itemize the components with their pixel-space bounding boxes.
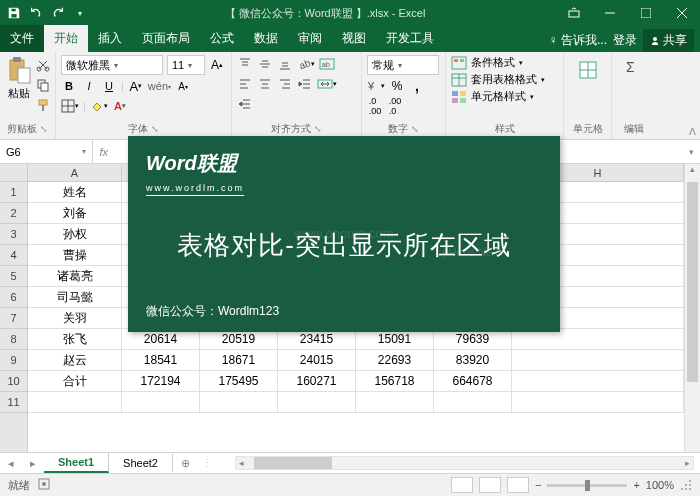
wrap-text-icon[interactable]: ab [319,55,335,73]
format-painter-icon[interactable] [35,96,51,114]
view-layout-icon[interactable] [479,477,501,493]
zoom-level[interactable]: 100% [646,479,674,491]
tab-layout[interactable]: 页面布局 [132,25,200,52]
table-row[interactable]: 张飞2061420519234151509179639 [28,329,684,350]
svg-point-63 [689,480,691,482]
zoom-out-icon[interactable]: − [535,479,541,491]
font-color-icon[interactable]: A▾ [112,97,128,115]
name-box[interactable]: G6▾ [0,140,93,163]
align-left-icon[interactable] [237,75,253,93]
tab-insert[interactable]: 插入 [88,25,132,52]
fill-color-icon[interactable]: ▾ [90,97,108,115]
table-row[interactable]: 合计172194175495160271156718664678 [28,371,684,392]
svg-rect-55 [452,98,458,103]
redo-icon[interactable] [48,3,68,23]
status-ready: 就绪 [8,478,30,493]
tab-data[interactable]: 数据 [244,25,288,52]
zoom-in-icon[interactable]: + [633,479,639,491]
shrink-font-icon[interactable]: A▾ [175,77,191,95]
tell-me[interactable]: ♀ 告诉我... [549,32,607,49]
close-icon[interactable] [664,0,700,26]
font-phonetic-icon[interactable]: wén▾ [148,77,171,95]
tab-view[interactable]: 视图 [332,25,376,52]
edit-button[interactable]: Σ [622,54,646,86]
number-format-select[interactable]: 常规▾ [367,55,439,75]
font-size-select[interactable]: 11▾ [167,55,205,75]
fx-icon[interactable]: fx [99,146,108,158]
clipboard-launcher-icon[interactable]: ⤡ [40,124,48,134]
orientation-icon[interactable]: ab▾ [297,55,315,73]
svg-rect-12 [41,83,48,91]
ribbon-options-icon[interactable] [556,0,592,26]
accounting-icon[interactable]: ¥▾ [367,77,385,95]
merge-icon[interactable]: ▾ [317,75,337,93]
horizontal-scrollbar[interactable]: ◂ ▸ [235,456,694,470]
svg-point-65 [689,484,691,486]
cells-button[interactable] [576,54,600,86]
font-launcher-icon[interactable]: ⤡ [151,124,159,134]
align-bottom-icon[interactable] [277,55,293,73]
grow-font-icon[interactable]: A▴ [209,56,225,74]
qat-more-icon[interactable]: ▾ [70,3,90,23]
svg-rect-54 [460,91,466,96]
comma-icon[interactable]: , [409,77,425,95]
view-pagebreak-icon[interactable] [507,477,529,493]
align-middle-icon[interactable] [257,55,273,73]
indent-inc-icon[interactable] [237,95,253,113]
add-sheet-icon[interactable]: ⊕ [173,457,198,470]
font-name-select[interactable]: 微软雅黑▾ [61,55,163,75]
login-link[interactable]: 登录 [613,32,637,49]
align-top-icon[interactable] [237,55,253,73]
underline-button[interactable]: U [101,77,117,95]
number-launcher-icon[interactable]: ⤡ [411,124,419,134]
bold-button[interactable]: B [61,77,77,95]
paste-button[interactable]: 粘贴 [5,54,33,121]
sheet-tab-1[interactable]: Sheet1 [44,453,109,473]
align-center-icon[interactable] [257,75,273,93]
border-icon[interactable]: ▾ [61,97,79,115]
resize-grip-icon[interactable] [680,479,692,491]
align-launcher-icon[interactable]: ⤡ [314,124,322,134]
dec-decimal-icon[interactable]: .00.0 [387,97,403,115]
cut-icon[interactable] [35,56,51,74]
tab-home[interactable]: 开始 [44,25,88,52]
cell-styles-button[interactable]: 单元格样式 ▾ [451,89,558,104]
share-button[interactable]: 共享 [643,29,694,52]
sheet-nav-prev-icon[interactable]: ◂ [0,457,22,470]
tab-dev[interactable]: 开发工具 [376,25,444,52]
maximize-icon[interactable] [628,0,664,26]
svg-text:Σ: Σ [626,59,635,75]
svg-text:¥: ¥ [367,80,375,92]
inc-decimal-icon[interactable]: .0.00 [367,97,383,115]
undo-icon[interactable] [26,3,46,23]
percent-icon[interactable]: % [389,77,405,95]
edit-group-label: 编辑 [624,121,644,137]
zoom-slider[interactable] [547,484,627,487]
tab-formula[interactable]: 公式 [200,25,244,52]
table-format-button[interactable]: 套用表格格式 ▾ [451,72,558,87]
sheet-nav-next-icon[interactable]: ▸ [22,457,44,470]
table-row[interactable]: 赵云1854118671240152269383920 [28,350,684,371]
indent-dec-icon[interactable] [297,75,313,93]
select-all-corner[interactable] [0,164,28,182]
macro-record-icon[interactable] [38,478,50,492]
font-group-label: 字体 [128,123,148,134]
row-headers[interactable]: 1234567891011 [0,182,28,452]
tab-review[interactable]: 审阅 [288,25,332,52]
sheet-tab-2[interactable]: Sheet2 [109,454,173,472]
align-right-icon[interactable] [277,75,293,93]
table-row[interactable] [28,392,684,413]
save-icon[interactable] [4,3,24,23]
align-group-label: 对齐方式 [271,123,311,134]
vertical-scrollbar[interactable]: ▴ [684,164,700,452]
font-color-a-icon[interactable]: A▾ [128,77,144,95]
view-normal-icon[interactable] [451,477,473,493]
collapse-ribbon-icon[interactable]: ᐱ [689,126,696,137]
tab-file[interactable]: 文件 [0,25,44,52]
minimize-icon[interactable] [592,0,628,26]
cond-format-button[interactable]: 条件格式 ▾ [451,55,558,70]
svg-rect-8 [18,68,30,83]
expand-formula-icon[interactable]: ▾ [689,147,694,157]
italic-button[interactable]: I [81,77,97,95]
copy-icon[interactable] [35,76,51,94]
